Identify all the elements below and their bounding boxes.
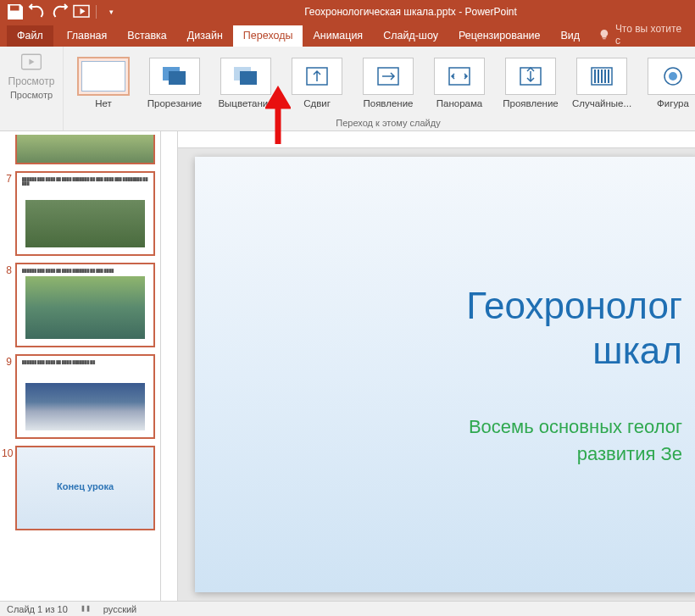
slide-thumb-7[interactable]: 7 ██████ ███ ████ ██ ████ ███████ ██ ███…	[2, 171, 155, 256]
transition-push[interactable]: Сдвиг	[282, 58, 352, 108]
slide-thumb-8[interactable]: 8 ██████ ███ ████ ██ ████ ███████ ██ ███…	[2, 263, 155, 347]
transition-reveal[interactable]: Проявление	[496, 58, 565, 108]
transition-cut[interactable]: Прорезание	[140, 58, 209, 108]
transition-none[interactable]: Нет	[69, 58, 138, 108]
spellcheck-icon[interactable]	[80, 603, 92, 615]
tab-design[interactable]: Дизайн	[177, 25, 233, 47]
transition-wipe[interactable]: Появление	[353, 58, 423, 108]
slide-canvas[interactable]: Геохронолог шкал Восемь основных геолог …	[178, 148, 695, 601]
slide-subtitle-line1: Восемь основных геолог	[212, 416, 682, 438]
transition-fade[interactable]: Выцветание	[211, 58, 281, 108]
status-language[interactable]: русский	[103, 604, 136, 614]
editor: Геохронолог шкал Восемь основных геолог …	[178, 131, 695, 601]
tab-view[interactable]: Вид	[550, 25, 590, 47]
undo-button[interactable]	[27, 2, 47, 22]
slide-thumb-6-partial[interactable]	[2, 135, 155, 164]
tab-slideshow[interactable]: Слайд-шоу	[373, 25, 448, 47]
tab-file[interactable]: Файл	[7, 25, 53, 47]
ruler-vertical	[161, 131, 178, 601]
start-from-beginning-button[interactable]	[71, 2, 92, 22]
status-slide-number: Слайд 1 из 10	[7, 604, 68, 614]
qat-customize-icon[interactable]: ▾	[101, 2, 121, 22]
tab-transitions[interactable]: Переходы	[233, 25, 303, 47]
tab-review[interactable]: Рецензирование	[448, 25, 551, 47]
main-slide[interactable]: Геохронолог шкал Восемь основных геолог …	[195, 157, 695, 592]
body-area: 7 ██████ ███ ████ ██ ████ ███████ ██ ███…	[0, 131, 695, 601]
slide-panel[interactable]: 7 ██████ ███ ████ ██ ████ ███████ ██ ███…	[0, 131, 161, 601]
slide-thumb-10[interactable]: 10 Конец урока	[2, 446, 155, 530]
transition-random-bars[interactable]: Случайные...	[567, 58, 637, 108]
svg-point-12	[669, 72, 677, 80]
tell-me-input[interactable]: Что вы хотите с	[598, 23, 688, 47]
ribbon: Просмотр Просмотр Нет Прорезание Выцвета…	[0, 47, 695, 131]
tab-insert[interactable]: Вставка	[117, 25, 176, 47]
slide-title-line1: Геохронолог	[212, 284, 682, 329]
lightbulb-icon	[598, 29, 610, 41]
svg-rect-3	[169, 71, 186, 85]
preview-button[interactable]: Просмотр	[2, 47, 61, 87]
redo-button[interactable]	[49, 2, 70, 22]
transition-split[interactable]: Панорама	[425, 58, 494, 108]
tab-animations[interactable]: Анимация	[303, 25, 373, 47]
ruler-horizontal	[178, 131, 695, 148]
group-label-transitions: Переход к этому слайду	[336, 115, 440, 130]
quick-access-toolbar: ▾	[0, 2, 126, 22]
save-button[interactable]	[5, 2, 25, 22]
slide-subtitle-line2: развития Зе	[212, 443, 682, 465]
title-bar: ▾ Геохронологическая шкала.pptx - PowerP…	[0, 0, 695, 24]
ribbon-tab-strip: Файл Главная Вставка Дизайн Переходы Ани…	[0, 24, 695, 47]
window-title: Геохронологическая шкала.pptx - PowerPoi…	[126, 6, 695, 18]
slide-thumb-9[interactable]: 9 ██████ ███ ████ ██ ████ ███████ ██	[2, 354, 155, 439]
svg-rect-5	[240, 71, 257, 85]
group-label-preview: Просмотр	[10, 87, 53, 103]
status-bar: Слайд 1 из 10 русский	[0, 601, 695, 616]
slide-title-line2: шкал	[212, 329, 682, 374]
tab-home[interactable]: Главная	[57, 25, 118, 47]
transitions-gallery: Нет Прорезание Выцветание Сдвиг Появлени…	[67, 47, 695, 115]
transition-shape[interactable]: Фигура	[638, 58, 695, 108]
